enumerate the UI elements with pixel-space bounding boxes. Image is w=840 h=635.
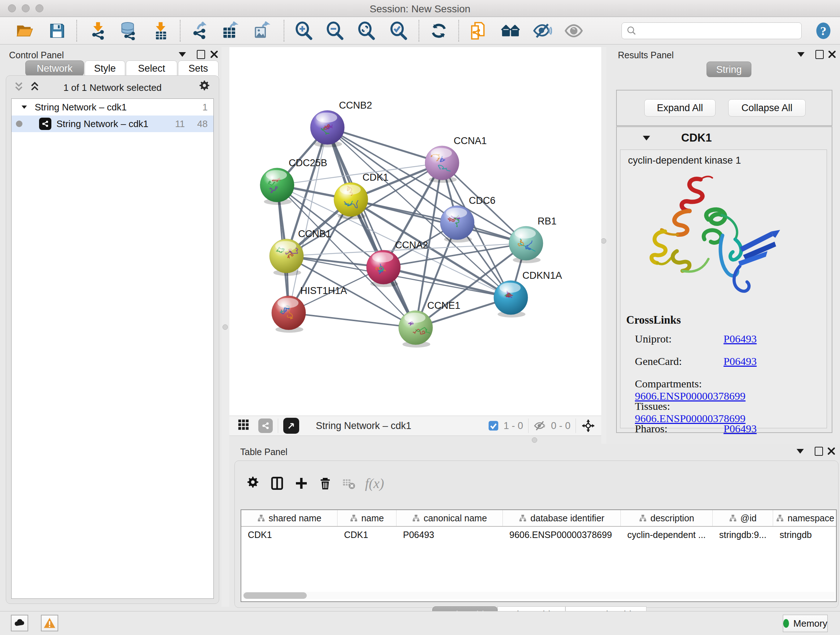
- table-h-scrollbar[interactable]: [243, 592, 835, 599]
- memory-button[interactable]: Memory: [783, 615, 828, 632]
- column-header[interactable]: description: [621, 510, 713, 526]
- column-header-label: database identifier: [531, 513, 604, 524]
- network-node-CCNE1[interactable]: [399, 310, 433, 348]
- structure-image-toggle-button[interactable]: [564, 21, 584, 41]
- crosslink-link[interactable]: P06493: [723, 333, 757, 345]
- table-row[interactable]: CDK1CDK1P064939606.ENSP00000378699cyclin…: [241, 527, 836, 543]
- save-session-button[interactable]: [47, 21, 67, 41]
- refresh-button[interactable]: [429, 21, 449, 41]
- selected-count: 1 - 0: [504, 420, 523, 432]
- network-edge[interactable]: [289, 313, 416, 328]
- network-node-HIST1H1A[interactable]: [272, 296, 306, 333]
- add-column-icon[interactable]: [294, 476, 309, 491]
- tab-select[interactable]: Select: [126, 60, 177, 76]
- tab-network[interactable]: Network: [25, 60, 84, 76]
- table-panel-menu-button[interactable]: [797, 449, 804, 454]
- network-node-CCNA1[interactable]: [425, 146, 459, 183]
- network-canvas[interactable]: CCNB2CCNA1CDC25BCDK1CDC6RB1CCNB1CCNA2CDK…: [229, 47, 601, 416]
- network-node-CDKN1A[interactable]: [494, 280, 528, 318]
- table-cell[interactable]: 9606.ENSP00000378699: [503, 527, 621, 543]
- network-view-type-button[interactable]: [258, 418, 273, 433]
- help-button[interactable]: ?: [813, 21, 834, 41]
- network-selection-summary: 1 of 1 Network selected: [6, 82, 219, 93]
- network-graph[interactable]: CCNB2CCNA1CDC25BCDK1CDC6RB1CCNB1CCNA2CDK…: [229, 47, 601, 416]
- network-edge[interactable]: [327, 127, 442, 163]
- grid-view-button[interactable]: [237, 418, 249, 433]
- results-panel-close-button[interactable]: [828, 50, 836, 59]
- string-import-button[interactable]: [468, 21, 488, 41]
- table-cell[interactable]: CDK1: [241, 527, 338, 543]
- table-cell[interactable]: cyclin-dependent ...: [621, 527, 713, 543]
- column-header[interactable]: database identifier: [503, 510, 621, 526]
- column-header[interactable]: namespace: [773, 510, 837, 526]
- crosslink-link[interactable]: P06493: [723, 423, 757, 434]
- export-image-button[interactable]: [252, 21, 272, 41]
- zoom-selected-button[interactable]: [388, 21, 409, 41]
- glass-ball-effect-button[interactable]: [532, 21, 553, 41]
- import-table-button[interactable]: [150, 21, 171, 41]
- stringify-button[interactable]: [500, 21, 521, 41]
- tab-style[interactable]: Style: [85, 60, 125, 76]
- control-panel-menu-button[interactable]: [179, 52, 186, 57]
- entry-detail-box: cyclin-dependent kinase 1: [620, 149, 827, 428]
- left-splitter[interactable]: [221, 47, 229, 607]
- search-input[interactable]: [622, 22, 802, 39]
- results-panel-menu-button[interactable]: [797, 52, 805, 57]
- collapse-triangle-icon[interactable]: [20, 103, 28, 111]
- zoom-in-button[interactable]: [294, 21, 314, 41]
- selected-checkbox-icon[interactable]: [488, 420, 499, 432]
- node-table[interactable]: shared namenamecanonical namedatabase id…: [240, 509, 837, 602]
- zoom-fit-button[interactable]: [356, 21, 377, 41]
- network-collection-row[interactable]: String Network – cdk1 1: [11, 99, 213, 116]
- network-row[interactable]: String Network – cdk1 11 48: [11, 116, 213, 132]
- entry-collapse-triangle[interactable]: [643, 136, 650, 141]
- column-header[interactable]: canonical name: [396, 510, 503, 526]
- scrollbar-thumb[interactable]: [243, 592, 307, 599]
- table-panel-close-button[interactable]: [827, 447, 836, 455]
- network-edge[interactable]: [351, 200, 526, 243]
- show-columns-icon[interactable]: [270, 476, 285, 491]
- delete-column-icon[interactable]: [318, 476, 332, 491]
- import-network-file-button[interactable]: [88, 21, 108, 41]
- open-session-button[interactable]: [14, 21, 35, 41]
- warnings-button[interactable]: [41, 615, 58, 631]
- table-cell[interactable]: stringdb: [773, 527, 837, 543]
- table-cell[interactable]: P06493: [396, 527, 503, 543]
- network-node-CCNB1[interactable]: [270, 239, 303, 276]
- table-cell[interactable]: stringdb:9...: [713, 527, 773, 543]
- results-panel-float-button[interactable]: [815, 50, 824, 59]
- network-node-RB1[interactable]: [509, 226, 543, 263]
- zoom-out-button[interactable]: [325, 21, 345, 41]
- network-edge[interactable]: [327, 127, 416, 328]
- column-header[interactable]: @id: [713, 510, 773, 526]
- expand-all-button[interactable]: Expand All: [644, 99, 715, 117]
- crosslink-link[interactable]: P06493: [723, 355, 757, 367]
- column-header[interactable]: name: [338, 510, 396, 526]
- main-toolbar: ?: [0, 17, 840, 44]
- cloud-button[interactable]: [11, 615, 28, 631]
- help-icon: ?: [814, 21, 833, 40]
- table-options-gear-icon[interactable]: [246, 476, 260, 491]
- pan-mode-icon[interactable]: [581, 418, 595, 433]
- hidden-count: 0 - 0: [551, 420, 570, 432]
- network-label: String Network – cdk1: [57, 119, 148, 130]
- tab-sets[interactable]: Sets: [178, 60, 218, 76]
- network-node-CDC25B[interactable]: [260, 168, 294, 205]
- right-splitter[interactable]: [601, 47, 606, 444]
- network-options-button[interactable]: [198, 80, 211, 95]
- crosslink-row: Uniprot:P06493: [635, 333, 757, 345]
- collapse-all-button[interactable]: Collapse All: [728, 99, 806, 117]
- column-header[interactable]: shared name: [241, 510, 338, 526]
- export-network-button[interactable]: [189, 21, 210, 41]
- tab-string[interactable]: String: [706, 62, 752, 77]
- export-table-button[interactable]: [220, 21, 240, 41]
- birdseye-view-button[interactable]: [283, 418, 299, 434]
- import-network-database-button[interactable]: [118, 21, 139, 41]
- table-panel-float-button[interactable]: [815, 447, 823, 456]
- control-panel-close-button[interactable]: [210, 50, 218, 59]
- hidden-eye-icon[interactable]: [534, 419, 546, 432]
- control-panel-float-button[interactable]: [197, 50, 205, 59]
- node-label-CCNA1: CCNA1: [454, 135, 487, 146]
- table-cell[interactable]: CDK1: [338, 527, 396, 543]
- delete-table-icon-disabled: [342, 477, 355, 490]
